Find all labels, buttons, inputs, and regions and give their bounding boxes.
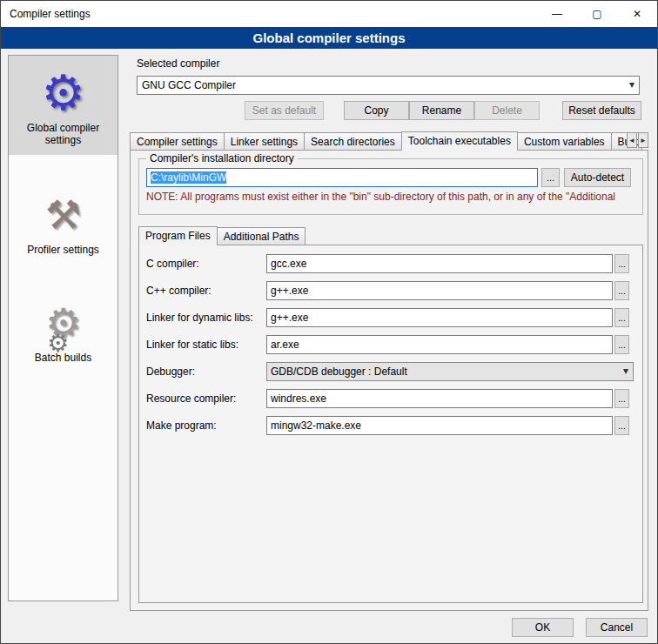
c-compiler-label: C compiler: xyxy=(146,258,266,270)
chevron-down-icon: ▾ xyxy=(629,78,634,91)
installation-directory-input[interactable]: C:\raylib\MinGW xyxy=(146,168,538,187)
tab-additional-paths[interactable]: Additional Paths xyxy=(217,227,306,245)
tab-search-directories[interactable]: Search directories xyxy=(304,132,402,150)
tab-compiler-settings[interactable]: Compiler settings xyxy=(130,132,225,150)
static-linker-row: Linker for static libs: ar.exe ... xyxy=(146,335,637,354)
dynamic-linker-row: Linker for dynamic libs: g++.exe ... xyxy=(146,308,637,327)
set-as-default-button[interactable]: Set as default xyxy=(245,101,324,120)
debugger-row: Debugger: GDB/CDB debugger : Default ▾ xyxy=(146,362,637,381)
resource-compiler-row: Resource compiler: windres.exe ... xyxy=(146,389,637,408)
tab-program-files[interactable]: Program Files xyxy=(138,226,218,245)
batch-gears-icon: ⚙ ⚙ xyxy=(45,294,81,352)
make-program-input[interactable]: mingw32-make.exe xyxy=(266,416,613,435)
static-linker-browse-button[interactable]: ... xyxy=(614,335,629,354)
auto-detect-button[interactable]: Auto-detect xyxy=(564,168,631,187)
tab-custom-variables[interactable]: Custom variables xyxy=(517,132,612,150)
cpp-compiler-browse-button[interactable]: ... xyxy=(614,281,629,300)
settings-tab-bar: Compiler settings Linker settings Search… xyxy=(130,131,648,150)
cancel-button[interactable]: Cancel xyxy=(586,618,648,637)
dialog-banner: Global compiler settings xyxy=(1,27,657,49)
make-program-row: Make program: mingw32-make.exe ... xyxy=(146,416,637,435)
tab-scroll-buttons: ◄ ► xyxy=(626,132,648,148)
rename-button[interactable]: Rename xyxy=(409,101,474,120)
resource-compiler-input[interactable]: windres.exe xyxy=(266,389,613,408)
cpp-compiler-label: C++ compiler: xyxy=(146,285,266,297)
program-files-tab-bar: Program Files Additional Paths xyxy=(138,225,305,245)
sidebar-item-label: Global compiler settings xyxy=(11,122,115,146)
installation-directory-row: C:\raylib\MinGW ... Auto-detect xyxy=(146,168,637,187)
tab-scroll-left-icon[interactable]: ◄ xyxy=(627,132,637,148)
bin-subdirectory-note: NOTE: All programs must exist either in … xyxy=(146,191,635,203)
static-linker-label: Linker for static libs: xyxy=(146,339,266,351)
dynamic-linker-label: Linker for dynamic libs: xyxy=(146,312,266,324)
selected-compiler-label: Selected compiler xyxy=(137,57,648,70)
main-content: Selected compiler GNU GCC Compiler ▾ Set… xyxy=(130,55,648,611)
installation-directory-value: C:\raylib\MinGW xyxy=(151,171,226,184)
toolchain-executables-panel: Compiler's installation directory C:\ray… xyxy=(130,150,648,611)
browse-directory-button[interactable]: ... xyxy=(541,168,560,187)
c-compiler-browse-button[interactable]: ... xyxy=(614,254,629,273)
selected-compiler-dropdown[interactable]: GNU GCC Compiler ▾ xyxy=(137,76,640,95)
c-compiler-row: C compiler: gcc.exe ... xyxy=(146,254,637,273)
ok-button[interactable]: OK xyxy=(512,618,574,637)
settings-sidebar: ⚙ Global compiler settings ⚒ Profiler se… xyxy=(8,55,118,601)
installation-directory-label: Compiler's installation directory xyxy=(146,152,298,164)
dynamic-linker-input[interactable]: g++.exe xyxy=(266,308,613,327)
sidebar-item-profiler-settings[interactable]: ⚒ Profiler settings xyxy=(9,178,118,265)
window-title: Compiler settings xyxy=(1,8,91,20)
compiler-settings-window: Compiler settings — ▢ ✕ Global compiler … xyxy=(0,0,658,644)
banner-title: Global compiler settings xyxy=(252,30,405,45)
program-files-panel: C compiler: gcc.exe ... C++ compiler: g+… xyxy=(138,245,643,603)
window-controls: — ▢ ✕ xyxy=(537,1,657,27)
delete-button[interactable]: Delete xyxy=(474,101,540,120)
tab-linker-settings[interactable]: Linker settings xyxy=(224,132,305,150)
copy-button[interactable]: Copy xyxy=(344,101,409,120)
tab-scroll-right-icon[interactable]: ► xyxy=(638,132,648,148)
cpp-compiler-input[interactable]: g++.exe xyxy=(266,281,613,300)
sidebar-item-global-compiler-settings[interactable]: ⚙ Global compiler settings xyxy=(9,56,118,155)
debugger-label: Debugger: xyxy=(146,366,266,378)
selected-compiler-value: GNU GCC Compiler xyxy=(142,79,236,91)
debugger-value: GDB/CDB debugger : Default xyxy=(271,366,407,378)
title-bar: Compiler settings — ▢ ✕ xyxy=(1,1,657,27)
gear-blue-icon: ⚙ xyxy=(41,64,84,122)
debugger-dropdown[interactable]: GDB/CDB debugger : Default ▾ xyxy=(266,362,634,381)
reset-defaults-button[interactable]: Reset defaults xyxy=(562,101,641,120)
tab-toolchain-executables[interactable]: Toolchain executables xyxy=(401,131,518,151)
c-compiler-input[interactable]: gcc.exe xyxy=(266,254,613,273)
static-linker-input[interactable]: ar.exe xyxy=(266,335,613,354)
compiler-actions: Set as default Copy Rename Delete Reset … xyxy=(130,101,648,120)
chevron-down-icon: ▾ xyxy=(623,365,628,377)
minimize-button[interactable]: — xyxy=(537,1,577,27)
profiler-tool-icon: ⚒ xyxy=(45,186,81,244)
resource-compiler-label: Resource compiler: xyxy=(146,392,266,405)
make-program-browse-button[interactable]: ... xyxy=(614,416,629,435)
maximize-button[interactable]: ▢ xyxy=(577,1,617,27)
cpp-compiler-row: C++ compiler: g++.exe ... xyxy=(146,281,637,300)
sidebar-item-label: Profiler settings xyxy=(27,244,99,256)
sidebar-item-batch-builds[interactable]: ⚙ ⚙ Batch builds xyxy=(9,285,118,372)
close-button[interactable]: ✕ xyxy=(617,1,657,27)
dynamic-linker-browse-button[interactable]: ... xyxy=(614,308,629,327)
installation-directory-group: Compiler's installation directory C:\ray… xyxy=(138,152,643,215)
make-program-label: Make program: xyxy=(146,419,266,432)
resource-compiler-browse-button[interactable]: ... xyxy=(614,389,629,408)
